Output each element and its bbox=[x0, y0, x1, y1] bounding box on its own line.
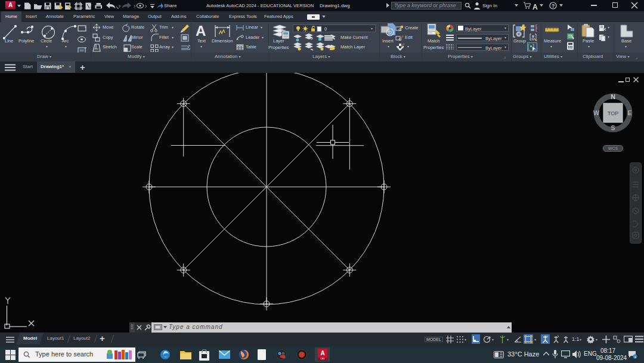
svg-text:TOP: TOP bbox=[608, 110, 618, 116]
svg-text:E: E bbox=[627, 109, 631, 116]
svg-text:S: S bbox=[611, 124, 615, 131]
svg-text:N: N bbox=[611, 93, 615, 100]
svg-text:W: W bbox=[593, 109, 599, 116]
